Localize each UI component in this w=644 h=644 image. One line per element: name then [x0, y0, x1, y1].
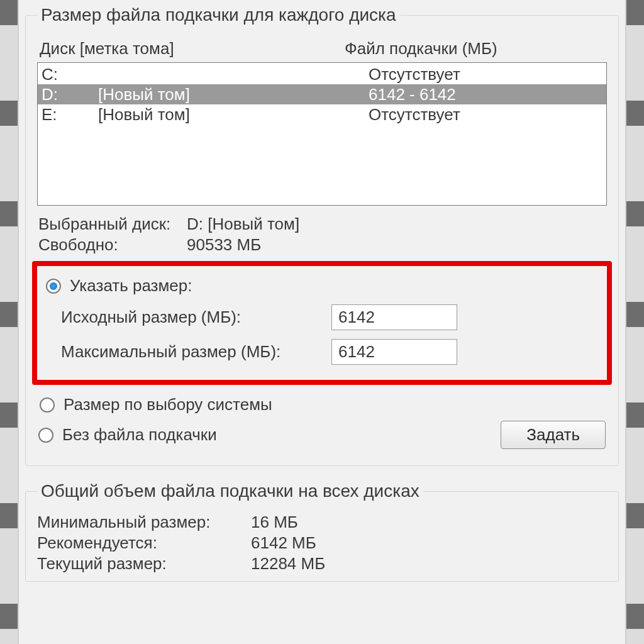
radio-no-pagefile[interactable]: Без файла подкачки — [38, 425, 217, 445]
radio-custom-size[interactable]: Указать размер: — [46, 276, 599, 296]
per-drive-legend: Размер файла подкачки для каждого диска — [37, 5, 400, 25]
free-space-value: 90533 МБ — [187, 235, 607, 255]
min-size-value: 16 МБ — [251, 513, 607, 532]
initial-size-input[interactable] — [331, 304, 457, 330]
radio-none-label: Без файла подкачки — [62, 425, 217, 445]
drive-label — [98, 64, 369, 84]
radio-icon[interactable] — [46, 279, 61, 294]
highlighted-region: Указать размер: Исходный размер (МБ): Ма… — [32, 261, 612, 385]
drive-pagefile: Отсутствует — [369, 64, 602, 84]
recommended-value: 6142 МБ — [251, 533, 607, 553]
drive-row[interactable]: C: Отсутствует — [38, 64, 606, 84]
current-size-value: 12284 МБ — [251, 554, 607, 574]
drive-label: [Новый том] — [98, 104, 369, 125]
drive-letter: D: — [42, 84, 98, 104]
selected-drive-info: Выбранный диск: D: [Новый том] Свободно:… — [37, 214, 607, 255]
min-size-label: Минимальный размер: — [37, 513, 251, 532]
current-size-label: Текущий размер: — [37, 554, 251, 574]
header-drive: Диск [метка тома] — [40, 39, 345, 58]
radio-icon[interactable] — [40, 397, 55, 413]
radio-system-managed[interactable]: Размер по выбору системы — [40, 395, 606, 414]
left-edge-decoration — [0, 0, 18, 644]
window-backdrop: Размер файла подкачки для каждого диска … — [0, 0, 644, 644]
drive-letter: C: — [42, 64, 98, 84]
radio-icon[interactable] — [38, 428, 53, 443]
radio-system-label: Размер по выбору системы — [64, 395, 272, 414]
selected-drive-label: Выбранный диск: — [38, 214, 187, 234]
right-edge-decoration — [626, 0, 644, 644]
set-button[interactable]: Задать — [501, 421, 606, 449]
max-size-label: Максимальный размер (МБ): — [61, 342, 331, 362]
header-pagefile: Файл подкачки (МБ) — [345, 39, 604, 58]
per-drive-group: Размер файла подкачки для каждого диска … — [25, 5, 619, 466]
selected-drive-value: D: [Новый том] — [187, 214, 607, 234]
totals-group: Общий объем файла подкачки на всех диска… — [25, 481, 619, 582]
drive-pagefile: 6142 - 6142 — [369, 84, 602, 104]
max-size-input[interactable] — [331, 339, 457, 365]
drive-letter: E: — [42, 104, 98, 125]
drive-label: [Новый том] — [98, 84, 369, 104]
drive-pagefile: Отсутствует — [369, 104, 602, 125]
free-space-label: Свободно: — [38, 235, 187, 255]
recommended-label: Рекомендуется: — [37, 533, 251, 553]
initial-size-label: Исходный размер (МБ): — [61, 308, 331, 327]
drive-list-headers: Диск [метка тома] Файл подкачки (МБ) — [37, 34, 607, 62]
radio-custom-label: Указать размер: — [70, 276, 192, 296]
drive-row[interactable]: E: [Новый том] Отсутствует — [38, 104, 606, 125]
virtual-memory-dialog: Размер файла подкачки для каждого диска … — [18, 0, 626, 644]
drive-list[interactable]: C: Отсутствует D: [Новый том] 6142 - 614… — [37, 62, 607, 206]
drive-row[interactable]: D: [Новый том] 6142 - 6142 — [38, 84, 606, 104]
totals-legend: Общий объем файла подкачки на всех диска… — [37, 481, 423, 501]
